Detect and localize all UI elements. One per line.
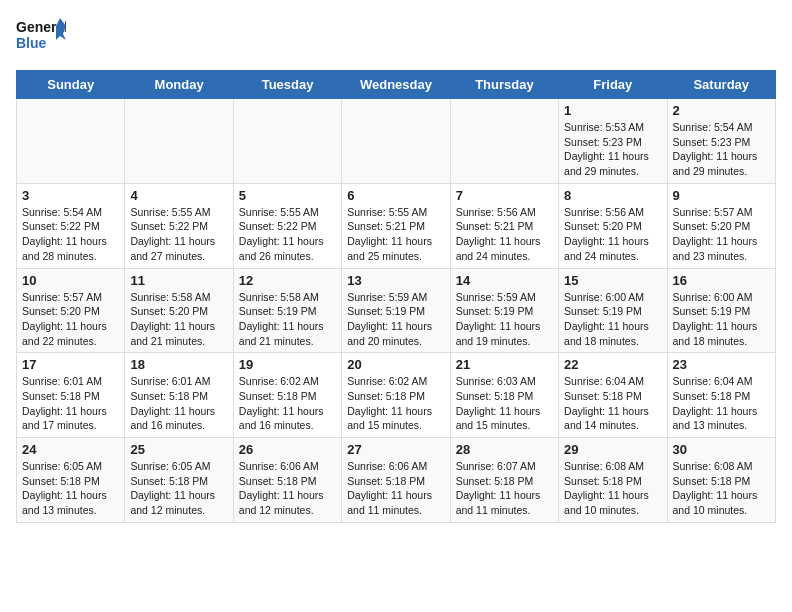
weekday-header: Sunday: [17, 71, 125, 99]
day-number: 21: [456, 357, 553, 372]
weekday-header: Friday: [559, 71, 667, 99]
calendar-day-cell: [17, 99, 125, 184]
calendar-day-cell: 21Sunrise: 6:03 AM Sunset: 5:18 PM Dayli…: [450, 353, 558, 438]
day-info: Sunrise: 5:59 AM Sunset: 5:19 PM Dayligh…: [347, 290, 444, 349]
calendar-day-cell: [342, 99, 450, 184]
day-info: Sunrise: 5:58 AM Sunset: 5:19 PM Dayligh…: [239, 290, 336, 349]
day-number: 8: [564, 188, 661, 203]
day-info: Sunrise: 6:05 AM Sunset: 5:18 PM Dayligh…: [130, 459, 227, 518]
day-number: 30: [673, 442, 770, 457]
calendar-week-row: 1Sunrise: 5:53 AM Sunset: 5:23 PM Daylig…: [17, 99, 776, 184]
svg-text:Blue: Blue: [16, 35, 47, 51]
calendar-day-cell: [450, 99, 558, 184]
day-number: 27: [347, 442, 444, 457]
day-info: Sunrise: 6:00 AM Sunset: 5:19 PM Dayligh…: [673, 290, 770, 349]
calendar-table: SundayMondayTuesdayWednesdayThursdayFrid…: [16, 70, 776, 523]
calendar-week-row: 3Sunrise: 5:54 AM Sunset: 5:22 PM Daylig…: [17, 183, 776, 268]
day-info: Sunrise: 5:59 AM Sunset: 5:19 PM Dayligh…: [456, 290, 553, 349]
day-number: 4: [130, 188, 227, 203]
day-info: Sunrise: 5:53 AM Sunset: 5:23 PM Dayligh…: [564, 120, 661, 179]
day-number: 17: [22, 357, 119, 372]
logo: General Blue: [16, 16, 66, 58]
calendar-day-cell: 16Sunrise: 6:00 AM Sunset: 5:19 PM Dayli…: [667, 268, 775, 353]
calendar-day-cell: 5Sunrise: 5:55 AM Sunset: 5:22 PM Daylig…: [233, 183, 341, 268]
day-info: Sunrise: 5:58 AM Sunset: 5:20 PM Dayligh…: [130, 290, 227, 349]
calendar-day-cell: 7Sunrise: 5:56 AM Sunset: 5:21 PM Daylig…: [450, 183, 558, 268]
day-info: Sunrise: 5:54 AM Sunset: 5:23 PM Dayligh…: [673, 120, 770, 179]
day-number: 11: [130, 273, 227, 288]
calendar-day-cell: 30Sunrise: 6:08 AM Sunset: 5:18 PM Dayli…: [667, 438, 775, 523]
day-number: 23: [673, 357, 770, 372]
day-number: 13: [347, 273, 444, 288]
day-info: Sunrise: 6:02 AM Sunset: 5:18 PM Dayligh…: [347, 374, 444, 433]
calendar-day-cell: 10Sunrise: 5:57 AM Sunset: 5:20 PM Dayli…: [17, 268, 125, 353]
calendar-day-cell: 29Sunrise: 6:08 AM Sunset: 5:18 PM Dayli…: [559, 438, 667, 523]
day-number: 18: [130, 357, 227, 372]
calendar-day-cell: 20Sunrise: 6:02 AM Sunset: 5:18 PM Dayli…: [342, 353, 450, 438]
day-info: Sunrise: 6:04 AM Sunset: 5:18 PM Dayligh…: [564, 374, 661, 433]
day-info: Sunrise: 6:04 AM Sunset: 5:18 PM Dayligh…: [673, 374, 770, 433]
day-info: Sunrise: 6:05 AM Sunset: 5:18 PM Dayligh…: [22, 459, 119, 518]
day-number: 5: [239, 188, 336, 203]
day-info: Sunrise: 5:55 AM Sunset: 5:21 PM Dayligh…: [347, 205, 444, 264]
calendar-day-cell: 4Sunrise: 5:55 AM Sunset: 5:22 PM Daylig…: [125, 183, 233, 268]
day-number: 16: [673, 273, 770, 288]
day-info: Sunrise: 5:55 AM Sunset: 5:22 PM Dayligh…: [130, 205, 227, 264]
day-info: Sunrise: 6:01 AM Sunset: 5:18 PM Dayligh…: [130, 374, 227, 433]
calendar-day-cell: 19Sunrise: 6:02 AM Sunset: 5:18 PM Dayli…: [233, 353, 341, 438]
day-number: 24: [22, 442, 119, 457]
day-info: Sunrise: 6:08 AM Sunset: 5:18 PM Dayligh…: [673, 459, 770, 518]
day-number: 26: [239, 442, 336, 457]
calendar-day-cell: 26Sunrise: 6:06 AM Sunset: 5:18 PM Dayli…: [233, 438, 341, 523]
calendar-day-cell: 23Sunrise: 6:04 AM Sunset: 5:18 PM Dayli…: [667, 353, 775, 438]
weekday-header: Tuesday: [233, 71, 341, 99]
day-info: Sunrise: 5:55 AM Sunset: 5:22 PM Dayligh…: [239, 205, 336, 264]
calendar-week-row: 10Sunrise: 5:57 AM Sunset: 5:20 PM Dayli…: [17, 268, 776, 353]
day-info: Sunrise: 6:01 AM Sunset: 5:18 PM Dayligh…: [22, 374, 119, 433]
day-number: 22: [564, 357, 661, 372]
day-number: 10: [22, 273, 119, 288]
calendar-day-cell: 24Sunrise: 6:05 AM Sunset: 5:18 PM Dayli…: [17, 438, 125, 523]
calendar-day-cell: 3Sunrise: 5:54 AM Sunset: 5:22 PM Daylig…: [17, 183, 125, 268]
calendar-day-cell: 27Sunrise: 6:06 AM Sunset: 5:18 PM Dayli…: [342, 438, 450, 523]
day-info: Sunrise: 5:54 AM Sunset: 5:22 PM Dayligh…: [22, 205, 119, 264]
day-info: Sunrise: 6:03 AM Sunset: 5:18 PM Dayligh…: [456, 374, 553, 433]
day-number: 29: [564, 442, 661, 457]
calendar-day-cell: 1Sunrise: 5:53 AM Sunset: 5:23 PM Daylig…: [559, 99, 667, 184]
day-info: Sunrise: 5:56 AM Sunset: 5:21 PM Dayligh…: [456, 205, 553, 264]
day-number: 20: [347, 357, 444, 372]
weekday-header: Wednesday: [342, 71, 450, 99]
calendar-day-cell: 14Sunrise: 5:59 AM Sunset: 5:19 PM Dayli…: [450, 268, 558, 353]
calendar-day-cell: 22Sunrise: 6:04 AM Sunset: 5:18 PM Dayli…: [559, 353, 667, 438]
calendar-day-cell: 9Sunrise: 5:57 AM Sunset: 5:20 PM Daylig…: [667, 183, 775, 268]
page-header: General Blue: [16, 16, 776, 58]
day-info: Sunrise: 6:08 AM Sunset: 5:18 PM Dayligh…: [564, 459, 661, 518]
calendar-day-cell: [233, 99, 341, 184]
calendar-day-cell: 18Sunrise: 6:01 AM Sunset: 5:18 PM Dayli…: [125, 353, 233, 438]
day-number: 14: [456, 273, 553, 288]
day-number: 3: [22, 188, 119, 203]
day-number: 19: [239, 357, 336, 372]
calendar-day-cell: 28Sunrise: 6:07 AM Sunset: 5:18 PM Dayli…: [450, 438, 558, 523]
day-number: 12: [239, 273, 336, 288]
calendar-day-cell: 2Sunrise: 5:54 AM Sunset: 5:23 PM Daylig…: [667, 99, 775, 184]
day-info: Sunrise: 5:57 AM Sunset: 5:20 PM Dayligh…: [22, 290, 119, 349]
weekday-header: Monday: [125, 71, 233, 99]
day-number: 7: [456, 188, 553, 203]
weekday-header: Saturday: [667, 71, 775, 99]
day-info: Sunrise: 6:00 AM Sunset: 5:19 PM Dayligh…: [564, 290, 661, 349]
calendar-day-cell: [125, 99, 233, 184]
weekday-header: Thursday: [450, 71, 558, 99]
day-info: Sunrise: 6:02 AM Sunset: 5:18 PM Dayligh…: [239, 374, 336, 433]
calendar-week-row: 17Sunrise: 6:01 AM Sunset: 5:18 PM Dayli…: [17, 353, 776, 438]
day-info: Sunrise: 6:06 AM Sunset: 5:18 PM Dayligh…: [347, 459, 444, 518]
day-number: 2: [673, 103, 770, 118]
logo-svg: General Blue: [16, 16, 66, 58]
day-number: 28: [456, 442, 553, 457]
calendar-day-cell: 13Sunrise: 5:59 AM Sunset: 5:19 PM Dayli…: [342, 268, 450, 353]
day-info: Sunrise: 5:57 AM Sunset: 5:20 PM Dayligh…: [673, 205, 770, 264]
calendar-day-cell: 6Sunrise: 5:55 AM Sunset: 5:21 PM Daylig…: [342, 183, 450, 268]
calendar-day-cell: 17Sunrise: 6:01 AM Sunset: 5:18 PM Dayli…: [17, 353, 125, 438]
calendar-day-cell: 8Sunrise: 5:56 AM Sunset: 5:20 PM Daylig…: [559, 183, 667, 268]
day-info: Sunrise: 6:07 AM Sunset: 5:18 PM Dayligh…: [456, 459, 553, 518]
